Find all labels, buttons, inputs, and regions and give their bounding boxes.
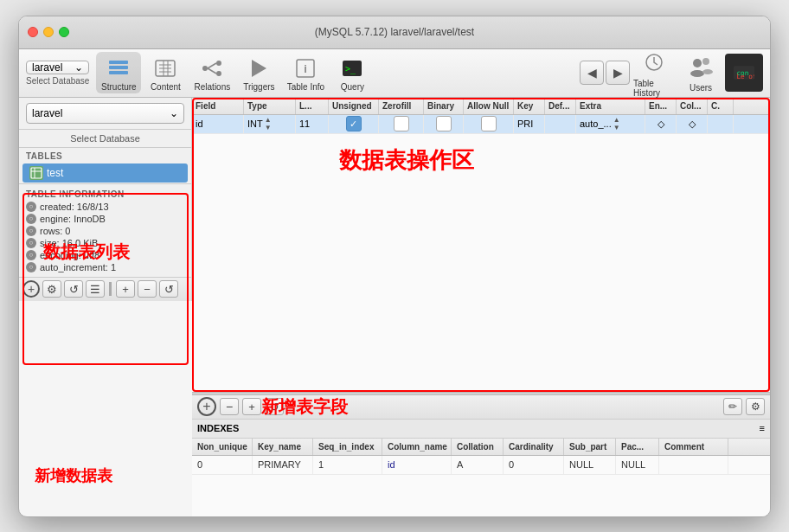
info-rows: ○ rows: 0 [19, 225, 191, 237]
th-type: Type [244, 98, 296, 114]
content-label: Content [151, 82, 181, 92]
tab-content[interactable]: Content [143, 52, 188, 93]
td-collation[interactable]: ◇ [677, 115, 708, 133]
idx-td-cardinality: 0 [504, 456, 564, 474]
td-unsigned[interactable]: ✓ [329, 115, 379, 133]
add-table-button[interactable]: + [22, 280, 40, 298]
idx-th-key-name: Key_name [253, 439, 313, 455]
table-info-icon: i [293, 56, 318, 80]
info-size: ○ size: 16.0 KiB [19, 237, 191, 249]
db-dropdown-2[interactable]: laravel ⌄ [26, 103, 184, 124]
zerofill-checkbox[interactable] [394, 116, 409, 131]
extra-stepper[interactable]: ▲ ▼ [613, 117, 620, 131]
table-row[interactable]: id INT ▲ ▼ 11 ✓ [192, 115, 770, 134]
tab-triggers[interactable]: Triggers [236, 52, 281, 93]
svg-text:Le off: Le off [736, 73, 754, 80]
add-field-button[interactable]: + [197, 397, 216, 416]
svg-marker-14 [252, 60, 266, 77]
info-encoding: ○ encoding: utf8 [19, 249, 191, 261]
td-allow-null[interactable] [464, 115, 514, 133]
th-key: Key [514, 98, 545, 114]
table-item-test[interactable]: test [22, 163, 188, 183]
tab-table-info[interactable]: i Table Info [283, 52, 328, 93]
td-encoding[interactable]: ◇ [645, 115, 677, 133]
indexes-table-header: Non_unique Key_name Seq_in_index Column_… [192, 439, 770, 456]
td-field: id [192, 115, 244, 133]
td-length: 11 [296, 115, 329, 133]
idx-td-key-name: PRIMARY [253, 456, 313, 474]
console-button[interactable]: con Le off [725, 54, 763, 92]
indexes-menu-icon: ≡ [760, 423, 765, 433]
table-icon [29, 166, 43, 180]
idx-td-seq: 1 [313, 456, 382, 474]
idx-td-collation: A [452, 456, 504, 474]
idx-th-col-name: Column_name [382, 439, 452, 455]
query-icon: >_ [340, 56, 364, 80]
remove-button-sidebar[interactable]: − [138, 280, 157, 298]
gear-button[interactable]: ⚙ [42, 280, 61, 298]
th-allow-null: Allow Null [464, 98, 514, 114]
annotation-add-table-label: 新增数据表 [35, 465, 112, 486]
svg-line-12 [208, 63, 216, 68]
refresh-fields-button[interactable]: ↺ [265, 398, 284, 415]
add-button-sidebar[interactable]: + [116, 280, 135, 298]
idx-th-cardinality: Cardinality [504, 439, 564, 455]
db-name-2: laravel [32, 107, 62, 119]
tab-structure[interactable]: Structure [96, 52, 141, 93]
nav-back-button[interactable]: ◀ [580, 61, 604, 85]
table-info-label: Table Info [287, 82, 324, 92]
idx-td-subpart: NULL [564, 456, 616, 474]
tab-query[interactable]: >_ Query [330, 52, 375, 93]
idx-td-comment [659, 456, 728, 474]
remove-field-button[interactable]: − [220, 398, 239, 415]
idx-td-col-name: id [382, 456, 452, 474]
users-button[interactable]: Users [678, 52, 723, 93]
relations-label: Relations [195, 82, 231, 92]
window-title: (MySQL 5.7.12) laravel/laravel/test [315, 26, 474, 38]
type-stepper[interactable]: ▲ ▼ [265, 117, 272, 131]
svg-rect-1 [109, 66, 128, 69]
index-row[interactable]: 0 PRIMARY 1 id A 0 NULL NULL [192, 456, 770, 475]
refresh-button2[interactable]: ↺ [159, 280, 178, 298]
svg-text:>_: >_ [345, 64, 356, 74]
td-binary[interactable] [424, 115, 464, 133]
idx-th-subpart: Sub_part [564, 439, 616, 455]
relations-icon [200, 56, 224, 80]
select-db-label[interactable]: Select Database [19, 130, 191, 148]
th-zerofill: Zerofill [379, 98, 424, 114]
table-info-label: TABLE INFORMATION [19, 188, 191, 201]
list-button[interactable]: ☰ [86, 280, 105, 298]
nav-forward-button[interactable]: ▶ [606, 61, 630, 85]
td-zerofill[interactable] [379, 115, 424, 133]
svg-point-23 [702, 69, 713, 74]
settings-button[interactable]: ⚙ [746, 398, 765, 415]
refresh-button-sidebar[interactable]: ↺ [64, 280, 83, 298]
allow-null-checkbox[interactable] [481, 116, 497, 131]
th-collation: Col... [677, 98, 708, 114]
svg-point-20 [693, 59, 702, 67]
add-field-plus-button[interactable]: + [242, 398, 261, 415]
table-info-section: TABLE INFORMATION ○ created: 16/8/13 ○ e… [19, 183, 191, 277]
binary-checkbox[interactable] [436, 116, 452, 131]
titlebar: (MySQL 5.7.12) laravel/laravel/test [19, 16, 770, 49]
table-history-button[interactable]: Table History [632, 52, 677, 93]
console-icon: con Le off [734, 66, 754, 80]
users-icon [689, 54, 713, 81]
tab-relations[interactable]: Relations [189, 52, 234, 93]
separator [109, 282, 112, 296]
th-field: Field [192, 98, 244, 114]
th-unsigned: Unsigned [329, 98, 379, 114]
select-database-link[interactable]: Select Database [26, 76, 89, 86]
table-header: Field Type L... Unsigned Zerofill Binary… [192, 98, 770, 115]
minimize-button[interactable] [43, 27, 54, 37]
db-dropdown[interactable]: laravel ⌄ [26, 61, 89, 74]
edit-button[interactable]: ✏ [723, 398, 742, 415]
unsigned-checkbox[interactable]: ✓ [346, 116, 362, 131]
maximize-button[interactable] [59, 27, 69, 37]
svg-point-10 [216, 61, 221, 66]
traffic-lights [28, 27, 69, 37]
th-encoding: En... [645, 98, 677, 114]
close-button[interactable] [28, 27, 38, 37]
th-binary: Binary [424, 98, 464, 114]
bottom-area-toolbar: + − + ↺ ✏ ⚙ [192, 395, 770, 420]
